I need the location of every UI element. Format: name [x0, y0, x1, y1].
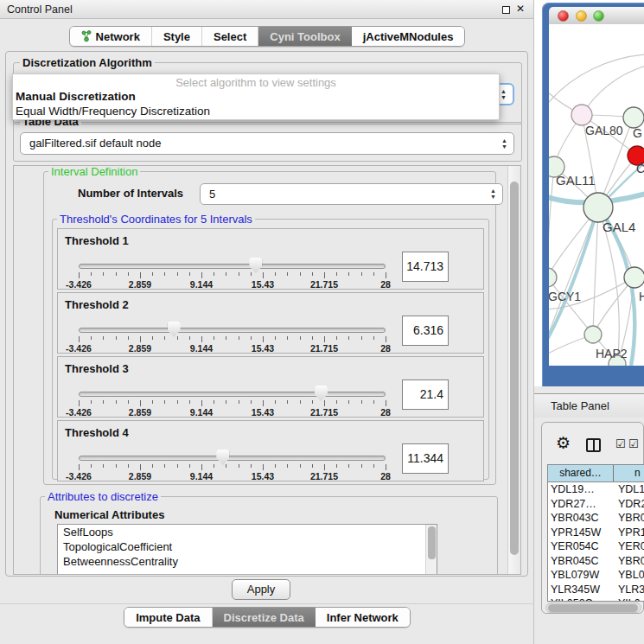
table-row[interactable]: YER054CYER0	[548, 539, 644, 554]
column-header-shared-name[interactable]: shared…	[548, 465, 614, 481]
minimize-traffic-light-icon[interactable]	[576, 10, 587, 22]
cell-shared-name[interactable]: YDR27…	[548, 497, 614, 512]
zoom-traffic-light-icon[interactable]	[593, 10, 604, 22]
network-node[interactable]	[584, 326, 602, 343]
checkbox-icon[interactable]: ☑	[628, 438, 639, 450]
threshold-3-slider[interactable]	[79, 392, 386, 397]
threshold-2-value-field[interactable]: 6.316	[402, 316, 449, 346]
cell-shared-name[interactable]: YER054C	[548, 539, 614, 554]
tab-impute-data[interactable]: Impute Data	[124, 608, 212, 627]
cell-shared-name[interactable]: YPR145W	[548, 526, 614, 540]
network-view-window: GAL80GCGAL11GAL4GCY1HHAP2	[542, 3, 644, 392]
checkbox-icon[interactable]: ☑	[615, 438, 626, 450]
threshold-3-value-field[interactable]: 21.4	[402, 379, 449, 410]
network-node[interactable]	[623, 107, 644, 128]
network-node[interactable]	[624, 267, 644, 288]
table-row[interactable]: YBL079WYBL0	[548, 568, 644, 583]
tick-label: 15.43	[252, 407, 274, 418]
node-label: C	[636, 162, 644, 175]
threshold-2-slider[interactable]	[79, 328, 386, 333]
thresholds-group-title: Threshold's Coordinates for 5 Intervals	[57, 213, 255, 226]
cell-name[interactable]: YBR0	[614, 554, 644, 569]
tab-jactivemnodules-label: jActiveMNodules	[363, 30, 454, 43]
table-data-combobox[interactable]: galFiltered.sif default node ▲▼	[20, 132, 514, 155]
table-panel-region: Table Panel ⚙ ☑ ☑ shared… n YDL19…YDL1YD…	[534, 386, 644, 644]
threshold-4-slider-handle[interactable]	[216, 450, 229, 465]
threshold-2-panel: Threshold 2 -3.4262.8599.14415.4321.7152…	[57, 292, 484, 354]
column-layout-icon[interactable]	[586, 438, 601, 452]
tab-jactivemnodules[interactable]: jActiveMNodules	[352, 27, 465, 46]
dropdown-hint: Select algorithm to view settings	[13, 74, 499, 89]
cell-shared-name[interactable]: YLR345W	[548, 583, 614, 597]
table-horizontal-scrollbar[interactable]	[545, 603, 641, 613]
combo-stepper-icon: ▲▼	[501, 85, 507, 104]
threshold-4-value-field[interactable]: 11.344	[402, 443, 449, 474]
column-header-name[interactable]: n	[614, 465, 644, 481]
cell-shared-name[interactable]: YBR043C	[548, 511, 614, 526]
cell-name[interactable]: YLR3	[614, 583, 644, 597]
cell-name[interactable]: YDL1	[614, 482, 644, 497]
attributes-list-scrollbar[interactable]	[425, 525, 437, 575]
gear-icon[interactable]: ⚙	[556, 435, 571, 451]
tab-style[interactable]: Style	[152, 27, 202, 46]
slider-ticks	[79, 400, 386, 407]
dropdown-option-equal-width[interactable]: Equal Width/Frequency Discretization	[13, 104, 499, 118]
tab-select[interactable]: Select	[202, 27, 258, 46]
table-row[interactable]: YDL19…YDL1	[548, 482, 644, 497]
cell-shared-name[interactable]: YIL052C	[548, 596, 614, 602]
tick-label: -3.426	[66, 407, 92, 418]
float-window-icon[interactable]	[502, 6, 510, 14]
cell-name[interactable]: YBL0	[614, 568, 644, 583]
close-traffic-light-icon[interactable]	[558, 10, 569, 22]
cell-name[interactable]: YDR2	[614, 497, 644, 512]
cell-name[interactable]: YBR0	[614, 511, 644, 526]
table-row[interactable]: YIL052CYIL0	[548, 596, 644, 602]
threshold-1-value-field[interactable]: 14.713	[402, 252, 449, 282]
threshold-4-slider[interactable]	[79, 456, 386, 461]
table-row[interactable]: YDR27…YDR2	[548, 497, 644, 512]
table-row[interactable]: YPR145WYPR1	[548, 526, 644, 540]
settings-scrollpane: Interval Definition Number of Intervals …	[13, 165, 521, 575]
attribute-list-item[interactable]: SelfLoops	[58, 525, 437, 539]
network-node[interactable]	[549, 268, 557, 287]
table-panel-title: Table Panel	[551, 399, 609, 412]
attribute-list-item[interactable]: BetweennessCentrality	[58, 554, 437, 569]
tab-cyni-toolbox-label: Cyni Toolbox	[270, 30, 340, 43]
tick-label: 2.859	[129, 343, 151, 354]
cell-name[interactable]: YER0	[614, 539, 644, 554]
threshold-1-slider-handle[interactable]	[249, 258, 262, 273]
network-node[interactable]	[571, 105, 592, 125]
cell-name[interactable]: YIL0	[614, 596, 644, 602]
tick-label: 28	[380, 471, 391, 481]
network-window-titlebar[interactable]	[549, 7, 644, 24]
threshold-1-slider[interactable]	[79, 264, 386, 269]
attribute-list-item[interactable]: TopologicalCoefficient	[58, 539, 437, 554]
cell-shared-name[interactable]: YBL079W	[548, 568, 614, 583]
table-row[interactable]: YBR045CYBR0	[548, 554, 644, 569]
tab-cyni-toolbox[interactable]: Cyni Toolbox	[258, 27, 351, 46]
cell-shared-name[interactable]: YBR045C	[548, 554, 614, 569]
network-canvas[interactable]: GAL80GCGAL11GAL4GCY1HHAP2	[549, 24, 644, 366]
cell-name[interactable]: YPR1	[614, 526, 644, 540]
network-node[interactable]	[583, 193, 613, 222]
scrollbar-thumb[interactable]	[548, 604, 638, 612]
threshold-3-slider-handle[interactable]	[315, 386, 328, 401]
apply-button[interactable]: Apply	[232, 579, 290, 600]
scrollbar-thumb[interactable]	[510, 182, 519, 555]
tab-discretize-data[interactable]: Discretize Data	[213, 608, 316, 627]
threshold-2-slider-handle[interactable]	[168, 322, 181, 337]
numerical-attributes-list[interactable]: SelfLoopsTopologicalCoefficientBetweenne…	[57, 524, 437, 575]
table-row[interactable]: YBR043CYBR0	[548, 511, 644, 526]
close-icon[interactable]: ✕	[516, 3, 525, 15]
numerical-attributes-label: Numerical Attributes	[52, 508, 167, 521]
number-of-intervals-combobox[interactable]: 5 ▲▼	[200, 183, 503, 205]
control-panel: Control Panel ✕ Network	[0, 0, 534, 644]
cell-shared-name[interactable]: YDL19…	[548, 482, 614, 497]
tab-infer-network[interactable]: Infer Network	[316, 608, 410, 627]
tab-network[interactable]: Network	[70, 27, 152, 46]
settings-vertical-scrollbar[interactable]	[507, 166, 520, 574]
table-row[interactable]: YLR345WYLR3	[548, 583, 644, 597]
algorithm-group-title: Discretization Algorithm	[20, 56, 155, 69]
node-attribute-table[interactable]: shared… n YDL19…YDL1YDR27…YDR2YBR043CYBR…	[547, 464, 644, 602]
dropdown-option-manual[interactable]: Manual Discretization	[13, 89, 499, 104]
